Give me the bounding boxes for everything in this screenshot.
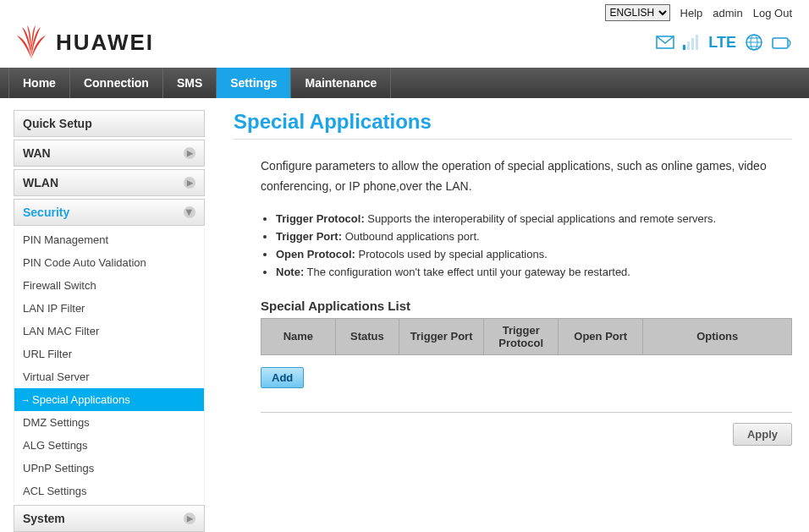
info-item: Trigger Protocol: Supports the interoper…	[276, 212, 792, 225]
divider	[261, 412, 792, 413]
page-description: Configure parameters to allow the operat…	[261, 156, 792, 197]
sidebar-item-dmz-settings[interactable]: DMZ Settings	[14, 411, 204, 434]
logout-link[interactable]: Log Out	[753, 7, 792, 19]
sidebar-item-special-applications[interactable]: Special Applications	[14, 388, 204, 411]
language-select[interactable]: ENGLISH	[605, 4, 670, 21]
svg-rect-2	[687, 41, 690, 50]
globe-icon	[745, 33, 763, 52]
sidebar-label: Quick Setup	[23, 117, 92, 130]
col-trigger-port: Trigger Port	[399, 318, 484, 354]
info-item: Open Protocol: Protocols used by special…	[276, 248, 792, 261]
svg-rect-3	[691, 38, 694, 50]
col-open-port: Open Port	[559, 318, 643, 354]
svg-rect-1	[683, 45, 685, 50]
nav-maintenance[interactable]: Maintenance	[291, 68, 391, 98]
chevron-down-icon: ▶	[184, 206, 195, 218]
sidebar-item-upnp-settings[interactable]: UPnP Settings	[14, 457, 204, 480]
svg-rect-10	[773, 38, 788, 48]
huawei-icon	[14, 25, 49, 59]
chevron-right-icon: ▶	[184, 147, 195, 159]
sidebar-item-firewall-switch[interactable]: Firewall Switch	[14, 274, 204, 297]
svg-rect-4	[696, 35, 698, 50]
sidebar-quick-setup[interactable]: Quick Setup	[14, 110, 205, 137]
list-title: Special Applications List	[261, 299, 792, 313]
nav-settings[interactable]: Settings	[217, 68, 291, 98]
sidebar-item-alg-settings[interactable]: ALG Settings	[14, 434, 204, 457]
sidebar-label: WLAN	[23, 176, 58, 189]
sidebar-system[interactable]: System ▶	[14, 505, 205, 532]
help-link[interactable]: Help	[680, 7, 703, 19]
sidebar-wan[interactable]: WAN ▶	[14, 140, 205, 167]
add-button[interactable]: Add	[261, 367, 304, 388]
divider	[234, 139, 792, 140]
col-options: Options	[643, 318, 792, 354]
sidebar-item-url-filter[interactable]: URL Filter	[14, 343, 204, 365]
col-name: Name	[261, 318, 336, 354]
sidebar-security-items: PIN Management PIN Code Auto Validation …	[14, 228, 205, 502]
sidebar-label: WAN	[23, 146, 51, 160]
col-trigger-protocol: Trigger Protocol	[484, 318, 559, 354]
signal-icon	[683, 35, 700, 50]
sidebar-wlan[interactable]: WLAN ▶	[14, 169, 205, 196]
info-item: Trigger Port: Outbound applications port…	[276, 230, 792, 243]
nav-connection[interactable]: Connection	[70, 68, 163, 98]
sidebar-label: Security	[23, 206, 69, 219]
main-nav: Home Connection SMS Settings Maintenance	[0, 68, 809, 98]
applications-table: Name Status Trigger Port Trigger Protoco…	[261, 318, 792, 355]
page-title: Special Applications	[234, 110, 792, 134]
lte-label: LTE	[708, 34, 736, 52]
sidebar-item-lan-ip-filter[interactable]: LAN IP Filter	[14, 297, 204, 320]
chevron-right-icon: ▶	[184, 177, 195, 189]
col-status: Status	[335, 318, 399, 354]
nav-sms[interactable]: SMS	[163, 68, 217, 98]
brand-text: HUAWEI	[56, 30, 154, 56]
main-content: Special Applications Configure parameter…	[234, 110, 801, 532]
logo: HUAWEI	[14, 25, 154, 59]
sidebar-security[interactable]: Security ▶	[14, 199, 205, 226]
sidebar-item-pin-code-auto-validation[interactable]: PIN Code Auto Validation	[14, 251, 204, 274]
info-list: Trigger Protocol: Supports the interoper…	[276, 212, 792, 278]
sidebar-item-acl-settings[interactable]: ACL Settings	[14, 480, 204, 502]
mail-icon	[656, 36, 674, 49]
sidebar-item-pin-management[interactable]: PIN Management	[14, 228, 204, 251]
wifi-device-icon	[772, 35, 792, 50]
apply-button[interactable]: Apply	[733, 423, 792, 446]
sidebar: Quick Setup WAN ▶ WLAN ▶ Security ▶ PIN …	[14, 110, 205, 532]
nav-home[interactable]: Home	[8, 68, 70, 98]
info-item: Note: The configuration won't take effec…	[276, 266, 792, 278]
sidebar-item-lan-mac-filter[interactable]: LAN MAC Filter	[14, 320, 204, 343]
status-icons: LTE	[656, 33, 792, 52]
user-link[interactable]: admin	[713, 7, 742, 19]
sidebar-item-virtual-server[interactable]: Virtual Server	[14, 365, 204, 388]
sidebar-label: System	[23, 512, 65, 525]
chevron-right-icon: ▶	[184, 513, 195, 524]
